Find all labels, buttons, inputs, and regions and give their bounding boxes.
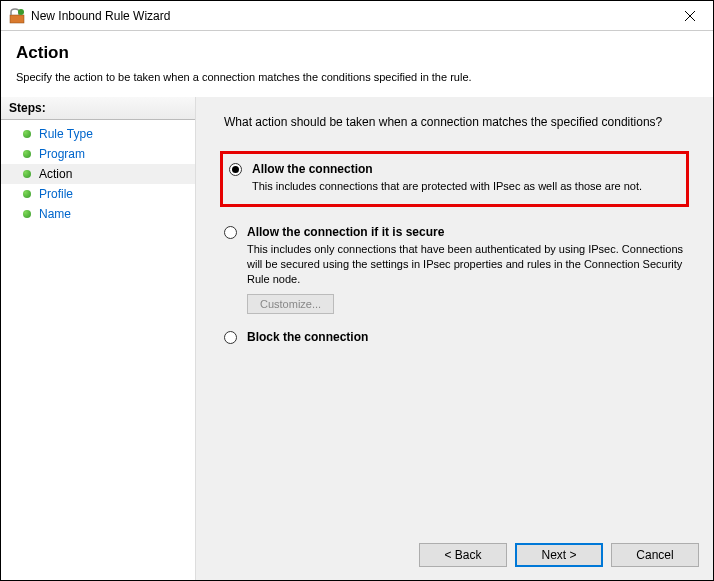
window-title: New Inbound Rule Wizard xyxy=(31,9,667,23)
step-profile[interactable]: Profile xyxy=(1,184,195,204)
bullet-icon xyxy=(23,190,31,198)
close-button[interactable] xyxy=(667,1,713,31)
next-button[interactable]: Next > xyxy=(515,543,603,567)
content-inner: What action should be taken when a conne… xyxy=(196,97,713,531)
highlight-annotation: Allow the connection This includes conne… xyxy=(220,151,689,207)
header: Action Specify the action to be taken wh… xyxy=(1,31,713,97)
step-label: Action xyxy=(39,167,72,181)
option-label: Allow the connection xyxy=(252,162,373,176)
step-rule-type[interactable]: Rule Type xyxy=(1,124,195,144)
bullet-icon xyxy=(23,150,31,158)
step-label: Program xyxy=(39,147,85,161)
radio-block[interactable]: Block the connection xyxy=(224,330,689,344)
option-block: Block the connection xyxy=(220,330,689,344)
close-icon xyxy=(685,11,695,21)
step-label: Name xyxy=(39,207,71,221)
step-list: Rule Type Program Action Profile Name xyxy=(1,120,195,228)
app-icon xyxy=(9,8,25,24)
step-name[interactable]: Name xyxy=(1,204,195,224)
titlebar: New Inbound Rule Wizard xyxy=(1,1,713,31)
option-label: Block the connection xyxy=(247,330,368,344)
step-label: Rule Type xyxy=(39,127,93,141)
cancel-button[interactable]: Cancel xyxy=(611,543,699,567)
option-allow-secure: Allow the connection if it is secure Thi… xyxy=(220,225,689,315)
step-program[interactable]: Program xyxy=(1,144,195,164)
option-allow: Allow the connection This includes conne… xyxy=(229,162,676,194)
content-panel: What action should be taken when a conne… xyxy=(196,97,713,581)
content-prompt: What action should be taken when a conne… xyxy=(224,115,689,129)
bullet-icon xyxy=(23,170,31,178)
page-title: Action xyxy=(16,43,698,63)
radio-allow-secure[interactable]: Allow the connection if it is secure xyxy=(224,225,689,239)
bullet-icon xyxy=(23,130,31,138)
customize-button: Customize... xyxy=(247,294,334,314)
step-action[interactable]: Action xyxy=(1,164,195,184)
sidebar: Steps: Rule Type Program Action Profile … xyxy=(1,97,196,581)
radio-icon xyxy=(229,163,242,176)
step-label: Profile xyxy=(39,187,73,201)
bullet-icon xyxy=(23,210,31,218)
radio-icon xyxy=(224,331,237,344)
footer: < Back Next > Cancel xyxy=(196,531,713,581)
back-button[interactable]: < Back xyxy=(419,543,507,567)
page-description: Specify the action to be taken when a co… xyxy=(16,71,698,83)
option-description: This includes only connections that have… xyxy=(247,242,689,287)
radio-allow[interactable]: Allow the connection xyxy=(229,162,676,176)
svg-rect-0 xyxy=(10,15,24,23)
body: Steps: Rule Type Program Action Profile … xyxy=(1,97,713,581)
radio-icon xyxy=(224,226,237,239)
svg-point-1 xyxy=(18,9,24,15)
option-label: Allow the connection if it is secure xyxy=(247,225,444,239)
option-description: This includes connections that are prote… xyxy=(252,179,676,194)
sidebar-title: Steps: xyxy=(1,97,195,120)
